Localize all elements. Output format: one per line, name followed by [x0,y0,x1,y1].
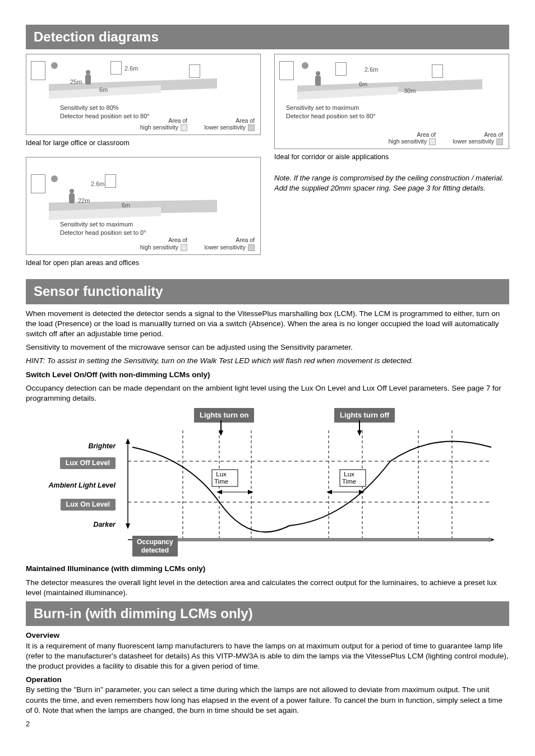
diagrams-row-1: 2.6m 25m 6m Sensitivity set to 80% Detec… [26,54,509,277]
d3-height: 2.6m [365,66,378,74]
d2-range-near: 6m [122,201,130,210]
diagram-note: Note. If the range is compromised by the… [274,173,509,193]
burnin-h-operation: Operation [26,675,509,685]
svg-marker-2 [126,523,130,529]
svg-marker-1 [126,438,130,444]
d2-height: 2.6m [91,180,104,188]
d3-legend-lo: Area of lower sensitivity [453,131,503,145]
burnin-p-operation: By setting the "Burn in" parameter, you … [26,685,509,716]
d2-settings-l1: Sensitivity set to maximum [60,220,146,229]
d1-settings-l1: Sensitivity set to 80% [60,104,150,112]
burnin-h-overview: Overview [26,630,509,641]
d1-legend-lo: Area of lower sensitivity [204,117,255,131]
sensor-p-switch: Occupancy detection can be made dependan… [26,383,509,403]
diagram-3-caption: Ideal for corridor or aisle applications [274,152,509,162]
page-number: 2 [26,719,509,729]
sensor-p1: When movement is detected the detector s… [26,309,509,340]
d1-range-near: 6m [99,86,108,94]
lux-diagram: Lights turn on Lights turn off Brighter … [48,408,509,559]
d3-settings-l2: Detector head position set to 80° [286,112,376,120]
d1-range-far: 25m [70,78,82,86]
lux-time-2: Lux Time [342,471,356,485]
d3-settings-l1: Sensitivity set to maximum [286,104,376,112]
sensor-h-switch: Switch Level On/Off (with non-dimming LC… [26,370,509,380]
d2-legend-lo: Area of lower sensitivity [204,236,255,251]
lux-on-badge: Lux On Level [61,499,116,511]
lux-off-badge: Lux Off Level [60,457,116,469]
sensor-h-maint: Maintained Illuminance (with dimming LCM… [26,564,509,574]
section-header-burnin: Burn-in (with dimming LCMs only) [26,601,509,626]
diagram-1-caption: Ideal for large office or classroom [26,138,261,148]
d3-range-near: 6m [359,80,367,89]
section-header-sensor: Sensor functionality [26,279,509,304]
sensor-p-maint: The detector measures the overall light … [26,578,509,598]
d3-range-far: 30m [404,87,416,95]
svg-marker-17 [357,430,362,436]
sensor-hint: HINT: To assist in setting the Sensitivi… [26,356,509,366]
lux-time-1: Lux Time [214,471,228,485]
section-header-detection: Detection diagrams [26,25,509,49]
diagram-2-caption: Ideal for open plan areas and offices [26,258,261,268]
lux-brighter: Brighter [37,442,116,451]
svg-marker-21 [248,490,253,494]
diagram-2: 2.6m 22m 6m Sensitivity set to maximum D… [26,157,261,255]
sensor-p2: Sensitivity to movement of the microwave… [26,342,509,353]
svg-marker-25 [326,490,332,494]
diagram-1: 2.6m 25m 6m Sensitivity set to 80% Detec… [26,54,261,135]
diagram-3: 2.6m 6m 30m Sensitivity set to maximum D… [274,54,509,149]
burnin-p-overview: It is a requirement of many fluorescent … [26,641,509,672]
d1-height: 2.6m [124,64,138,73]
d2-range-mid: 22m [78,197,90,205]
d2-settings-l2: Detector head position set to 0° [60,229,146,237]
d1-settings-l2: Detector head position set to 80° [60,112,150,120]
lux-darker: Darker [37,520,116,530]
lux-occupancy: Occupancy detected [132,536,178,556]
lux-ambient: Ambient Light Level [37,481,116,490]
